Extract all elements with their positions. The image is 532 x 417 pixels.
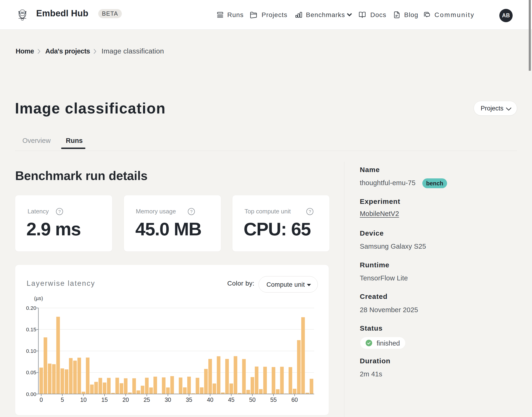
svg-text:0.20: 0.20: [26, 305, 36, 311]
svg-text:30: 30: [165, 396, 171, 403]
svg-text:0.15: 0.15: [26, 327, 36, 333]
svg-text:60: 60: [291, 396, 298, 403]
svg-text:0.00: 0.00: [26, 391, 36, 397]
svg-text:35: 35: [186, 396, 192, 403]
svg-text:50: 50: [249, 396, 256, 403]
svg-text:(µs): (µs): [34, 295, 43, 301]
svg-text:?: ?: [309, 209, 311, 214]
svg-text:?: ?: [190, 209, 193, 214]
svg-text:55: 55: [270, 396, 277, 403]
svg-text:15: 15: [101, 396, 108, 403]
svg-text:?: ?: [58, 209, 61, 214]
svg-text:5: 5: [61, 396, 64, 403]
svg-text:0.10: 0.10: [26, 348, 36, 354]
svg-text:0.05: 0.05: [26, 370, 36, 375]
svg-text:40: 40: [207, 396, 213, 403]
svg-text:0: 0: [40, 396, 43, 403]
svg-text:45: 45: [228, 396, 234, 403]
svg-text:20: 20: [122, 396, 129, 403]
svg-text:25: 25: [143, 396, 150, 403]
svg-text:10: 10: [80, 396, 87, 403]
